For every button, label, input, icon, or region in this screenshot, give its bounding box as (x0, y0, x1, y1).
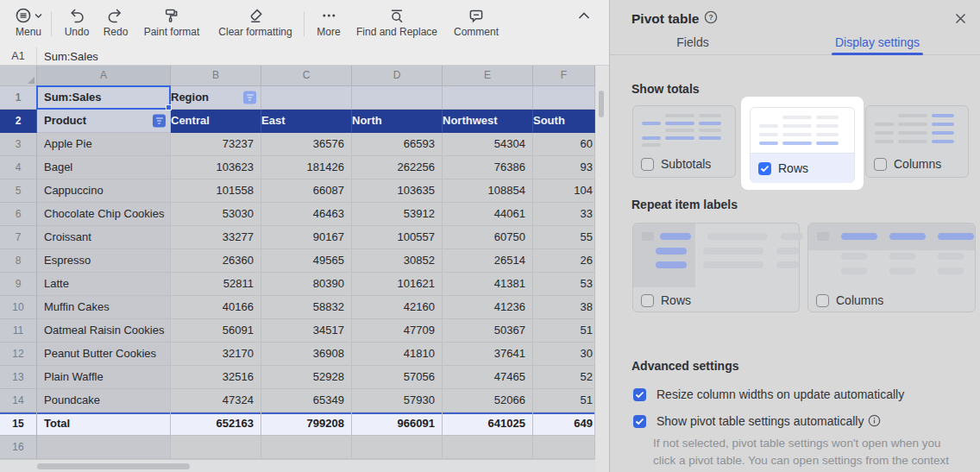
row-header-9[interactable]: 9 (0, 273, 37, 296)
cell-B16[interactable] (171, 436, 261, 459)
cell-D13[interactable]: 57056 (352, 366, 443, 389)
cell-E16[interactable] (443, 436, 533, 459)
checkbox-resize-columns[interactable] (633, 388, 646, 401)
cell-D2[interactable]: North (352, 110, 443, 133)
card-label-row[interactable]: Columns (866, 151, 968, 177)
toolbar-button-more[interactable]: More (317, 6, 340, 38)
col-header-C[interactable]: C (261, 66, 352, 86)
cell-D11[interactable]: 47709 (352, 319, 443, 343)
cell-D6[interactable]: 53912 (352, 203, 443, 226)
cell-F1[interactable] (533, 86, 595, 110)
cell-B13[interactable]: 32516 (171, 366, 261, 389)
cell-F9[interactable]: 53 (533, 273, 595, 296)
row-header-6[interactable]: 6 (0, 203, 37, 226)
card-label-row[interactable]: Columns (808, 287, 975, 313)
checkbox-subtotals[interactable] (641, 158, 654, 171)
cell-C16[interactable] (261, 436, 352, 459)
cell-E2[interactable]: Northwest (443, 110, 533, 133)
cell-C5[interactable]: 66087 (261, 179, 352, 203)
cell-A15[interactable]: Total (37, 412, 171, 436)
cell-B12[interactable]: 32170 (171, 343, 261, 366)
cell-B3[interactable]: 73237 (171, 133, 261, 156)
cell-F8[interactable]: 26 (533, 249, 595, 273)
row-header-11[interactable]: 11 (0, 319, 37, 343)
filter-icon[interactable] (153, 115, 166, 128)
row-header-3[interactable]: 3 (0, 133, 37, 156)
cell-B14[interactable]: 47324 (171, 389, 261, 412)
cell-A11[interactable]: Oatmeal Raisin Cookies (37, 319, 171, 343)
toolbar-button-menu[interactable]: Menu (15, 6, 42, 38)
cell-E15[interactable]: 641025 (443, 412, 533, 436)
cell-E9[interactable]: 41381 (443, 273, 533, 296)
cell-A4[interactable]: Bagel (37, 156, 171, 179)
close-icon[interactable] (954, 12, 967, 25)
vertical-scrollbar[interactable] (599, 91, 604, 117)
card-label-row[interactable]: Rows (633, 287, 799, 313)
cell-D3[interactable]: 66593 (352, 133, 443, 156)
cell-E5[interactable]: 108854 (443, 179, 533, 203)
repeat-labels-card-columns[interactable]: Columns (807, 223, 976, 312)
chevron-up-icon[interactable] (577, 9, 591, 24)
toolbar-button-find-and-replace[interactable]: Find and Replace (356, 6, 437, 38)
checkbox-columns[interactable] (874, 158, 887, 171)
row-header-15[interactable]: 15 (0, 412, 37, 436)
row-header-5[interactable]: 5 (0, 179, 37, 203)
row-header-7[interactable]: 7 (0, 226, 37, 249)
cell-C9[interactable]: 80390 (261, 273, 352, 296)
cell-E7[interactable]: 60750 (443, 226, 533, 249)
row-header-14[interactable]: 14 (0, 389, 37, 412)
cell-D1[interactable] (352, 86, 443, 110)
cell-F5[interactable]: 104 (533, 179, 595, 203)
row-header-8[interactable]: 8 (0, 249, 37, 273)
cell-C2[interactable]: East (261, 110, 352, 133)
cell-A3[interactable]: Apple Pie (37, 133, 171, 156)
cell-A5[interactable]: Cappuccino (37, 179, 171, 203)
row-header-1[interactable]: 1 (0, 86, 37, 110)
tab-fields[interactable]: Fields (676, 35, 708, 49)
cell-A7[interactable]: Croissant (37, 226, 171, 249)
cell-F12[interactable]: 30 (533, 343, 595, 366)
cell-B15[interactable]: 652163 (171, 412, 261, 436)
col-header-D[interactable]: D (352, 66, 443, 86)
cell-E13[interactable]: 47465 (443, 366, 533, 389)
cell-A10[interactable]: Muffin Cakes (37, 296, 171, 319)
cell-D12[interactable]: 41810 (352, 343, 443, 366)
tab-display-settings[interactable]: Display settings (835, 35, 920, 49)
cell-F6[interactable]: 33 (533, 203, 595, 226)
show-totals-card-columns[interactable]: Columns (865, 105, 969, 178)
cell-E3[interactable]: 54304 (443, 133, 533, 156)
cell-C4[interactable]: 181426 (261, 156, 352, 179)
cell-E11[interactable]: 50367 (443, 319, 533, 343)
cell-D10[interactable]: 42160 (352, 296, 443, 319)
select-all-corner[interactable] (0, 66, 37, 86)
cell-F10[interactable]: 38 (533, 296, 595, 319)
row-header-4[interactable]: 4 (0, 156, 37, 179)
cell-C7[interactable]: 90167 (261, 226, 352, 249)
show-settings-option[interactable]: Show pivot table settings automatically (633, 414, 881, 428)
checkbox-repeat-rows[interactable] (641, 294, 654, 307)
toolbar-button-redo[interactable]: Redo (104, 6, 129, 38)
cell-D4[interactable]: 262256 (352, 156, 443, 179)
info-circle-icon[interactable] (868, 414, 881, 427)
cell-B4[interactable]: 103623 (171, 156, 261, 179)
cell-A14[interactable]: Poundcake (37, 389, 171, 412)
cell-F14[interactable]: 51 (533, 389, 595, 412)
cell-A12[interactable]: Peanut Butter Cookies (37, 343, 171, 366)
cell-E1[interactable] (443, 86, 533, 110)
cell-E14[interactable]: 52066 (443, 389, 533, 412)
cell-B7[interactable]: 33277 (171, 226, 261, 249)
cell-E6[interactable]: 44061 (443, 203, 533, 226)
cell-D8[interactable]: 30852 (352, 249, 443, 273)
checkbox-repeat-columns[interactable] (816, 294, 829, 307)
cell-B5[interactable]: 101558 (171, 179, 261, 203)
cell-C3[interactable]: 36576 (261, 133, 352, 156)
cell-C12[interactable]: 36908 (261, 343, 352, 366)
cell-B8[interactable]: 26360 (171, 249, 261, 273)
cell-D9[interactable]: 101621 (352, 273, 443, 296)
toolbar-button-clear-formatting[interactable]: Clear formatting (218, 6, 292, 38)
col-header-B[interactable]: B (171, 66, 261, 86)
row-header-2[interactable]: 2 (0, 110, 37, 133)
cell-F16[interactable] (533, 436, 595, 459)
resize-columns-option[interactable]: Resize column widths on update automatic… (633, 387, 904, 401)
cell-E8[interactable]: 26514 (443, 249, 533, 273)
